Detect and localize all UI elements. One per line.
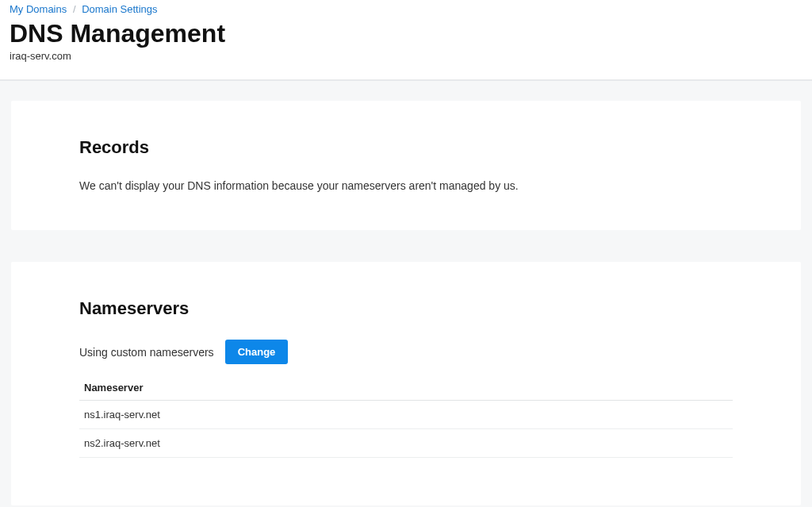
nameservers-column-header: Nameserver xyxy=(79,375,733,401)
nameservers-section-title: Nameservers xyxy=(79,298,733,319)
records-section-title: Records xyxy=(79,137,733,158)
breadcrumb-my-domains[interactable]: My Domains xyxy=(10,3,67,15)
nameservers-status-text: Using custom nameservers xyxy=(79,346,214,359)
nameservers-status-row: Using custom nameservers Change xyxy=(79,340,733,364)
page-subtitle-domain: iraq-serv.com xyxy=(10,50,802,62)
breadcrumb-separator: / xyxy=(70,3,79,15)
records-empty-note: We can't display your DNS information be… xyxy=(79,179,733,194)
nameservers-table: Nameserver ns1.iraq-serv.net ns2.iraq-se… xyxy=(79,375,733,458)
page-body: Records We can't display your DNS inform… xyxy=(0,79,812,507)
nameserver-value: ns1.iraq-serv.net xyxy=(79,401,733,429)
table-row: ns2.iraq-serv.net xyxy=(79,429,733,458)
nameservers-card: Nameservers Using custom nameservers Cha… xyxy=(11,262,801,505)
page-title: DNS Management xyxy=(10,19,802,48)
change-button[interactable]: Change xyxy=(225,340,289,364)
page-header: My Domains / Domain Settings DNS Managem… xyxy=(0,0,812,79)
breadcrumb: My Domains / Domain Settings xyxy=(10,3,802,16)
breadcrumb-domain-settings[interactable]: Domain Settings xyxy=(82,3,157,15)
nameserver-value: ns2.iraq-serv.net xyxy=(79,429,733,458)
records-card: Records We can't display your DNS inform… xyxy=(11,101,801,231)
table-row: ns1.iraq-serv.net xyxy=(79,401,733,429)
